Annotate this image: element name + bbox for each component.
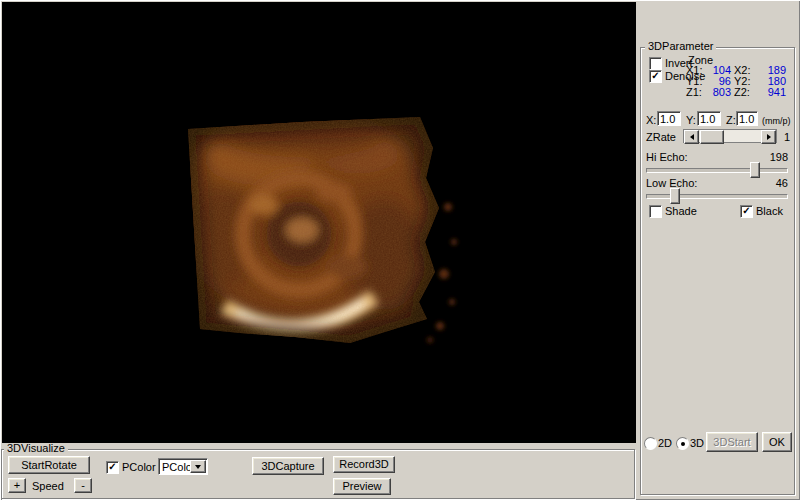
preview-button[interactable]: Preview bbox=[333, 478, 391, 495]
speed-minus-button[interactable]: - bbox=[74, 478, 92, 493]
ok-button[interactable]: OK bbox=[762, 432, 792, 452]
pcolor-combobox[interactable]: PColor bbox=[158, 458, 208, 475]
shade-checkbox[interactable] bbox=[649, 205, 662, 218]
pcolor-checkbox[interactable] bbox=[106, 461, 119, 474]
right-arrow-icon bbox=[767, 134, 771, 140]
left-arrow-icon bbox=[690, 134, 694, 140]
mode-2d-radio[interactable] bbox=[644, 437, 657, 450]
speed-label: Speed bbox=[32, 480, 64, 492]
chevron-down-icon bbox=[195, 465, 201, 469]
hi-echo-slider[interactable] bbox=[646, 162, 788, 178]
zone-value: 941 bbox=[758, 87, 786, 98]
invert-checkbox[interactable] bbox=[649, 57, 662, 70]
mode-3d-radio[interactable] bbox=[676, 437, 689, 450]
zrate-value: 1 bbox=[784, 131, 790, 143]
z-scale-input[interactable] bbox=[736, 111, 758, 126]
scroll-left-button[interactable] bbox=[684, 130, 699, 144]
3dcapture-button[interactable]: 3DCapture bbox=[252, 457, 324, 475]
3dstart-button[interactable]: 3DStart bbox=[706, 432, 758, 452]
zrate-scrollbar[interactable] bbox=[683, 129, 777, 143]
y-scale-input[interactable] bbox=[697, 111, 721, 126]
low-echo-slider[interactable] bbox=[646, 188, 788, 204]
zone-value: 803 bbox=[708, 87, 734, 98]
zrate-label: ZRate bbox=[646, 131, 676, 143]
zrate-scroll-thumb[interactable] bbox=[700, 130, 724, 144]
parameter-group-title: 3DParameter bbox=[645, 41, 716, 52]
speed-plus-button[interactable]: + bbox=[8, 478, 26, 493]
zone-label: Z1: bbox=[686, 87, 708, 98]
app-window: { "colors": { "chrome": "#d4d0c8", "valu… bbox=[0, 0, 800, 500]
record3d-button[interactable]: Record3D bbox=[333, 456, 395, 473]
x-scale-label: X: bbox=[646, 114, 656, 126]
mode-3d-label: 3D bbox=[690, 437, 704, 449]
low-echo-slider-track bbox=[646, 194, 788, 199]
x-scale-input[interactable] bbox=[657, 111, 681, 126]
low-echo-slider-thumb[interactable] bbox=[670, 188, 680, 204]
zone-table: X1: 104 X2: 189 Y1: 96 Y2: 180 Z1: 803 Z… bbox=[686, 65, 786, 98]
scroll-right-button[interactable] bbox=[761, 130, 776, 144]
zone-label: Z2: bbox=[734, 87, 758, 98]
ultrasound-render bbox=[2, 2, 636, 443]
hi-echo-slider-track bbox=[646, 168, 788, 173]
z-scale-label: Z: bbox=[726, 114, 736, 126]
start-rotate-button[interactable]: StartRotate bbox=[8, 456, 90, 474]
visualize-group-title: 3DVisualize bbox=[4, 443, 68, 454]
mode-2d-label: 2D bbox=[658, 437, 672, 449]
hi-echo-slider-thumb[interactable] bbox=[750, 162, 760, 178]
pcolor-label: PColor bbox=[122, 461, 156, 473]
y-scale-label: Y: bbox=[686, 114, 696, 126]
black-label: Black bbox=[756, 205, 783, 217]
shade-label: Shade bbox=[665, 205, 697, 217]
render-viewport[interactable] bbox=[2, 2, 636, 443]
black-checkbox[interactable] bbox=[740, 205, 753, 218]
combo-dropdown-button[interactable] bbox=[190, 460, 206, 473]
scale-unit-label: (mm/p) bbox=[762, 115, 791, 127]
denoise-checkbox[interactable] bbox=[649, 70, 662, 83]
